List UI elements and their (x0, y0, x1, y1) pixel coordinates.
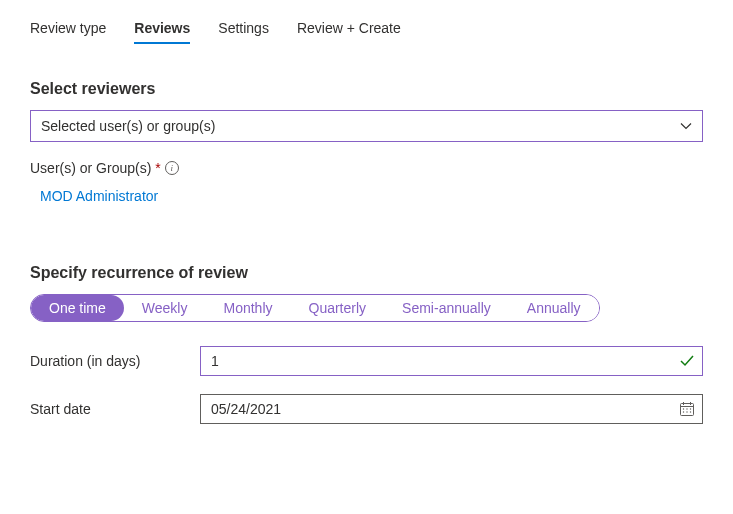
start-date-label: Start date (30, 401, 200, 417)
tab-bar: Review type Reviews Settings Review + Cr… (30, 20, 703, 44)
recurrence-semi-annually[interactable]: Semi-annually (384, 295, 509, 321)
recurrence-weekly[interactable]: Weekly (124, 295, 206, 321)
start-date-input[interactable] (200, 394, 703, 424)
tab-settings[interactable]: Settings (218, 20, 269, 44)
required-asterisk: * (155, 160, 160, 176)
recurrence-pill-group: One time Weekly Monthly Quarterly Semi-a… (30, 294, 600, 322)
users-or-groups-label: User(s) or Group(s) * i (30, 160, 703, 176)
select-reviewers-heading: Select reviewers (30, 80, 703, 98)
tab-review-create[interactable]: Review + Create (297, 20, 401, 44)
reviewers-dropdown[interactable]: Selected user(s) or group(s) (30, 110, 703, 142)
recurrence-heading: Specify recurrence of review (30, 264, 703, 282)
chevron-down-icon (680, 120, 692, 132)
recurrence-monthly[interactable]: Monthly (205, 295, 290, 321)
reviewers-dropdown-value: Selected user(s) or group(s) (41, 118, 215, 134)
tab-review-type[interactable]: Review type (30, 20, 106, 44)
duration-label: Duration (in days) (30, 353, 200, 369)
info-icon[interactable]: i (165, 161, 179, 175)
recurrence-one-time[interactable]: One time (31, 295, 124, 321)
tab-reviews[interactable]: Reviews (134, 20, 190, 44)
selected-user-link[interactable]: MOD Administrator (40, 188, 158, 204)
users-or-groups-text: User(s) or Group(s) (30, 160, 151, 176)
duration-input[interactable] (200, 346, 703, 376)
recurrence-quarterly[interactable]: Quarterly (291, 295, 385, 321)
recurrence-annually[interactable]: Annually (509, 295, 599, 321)
